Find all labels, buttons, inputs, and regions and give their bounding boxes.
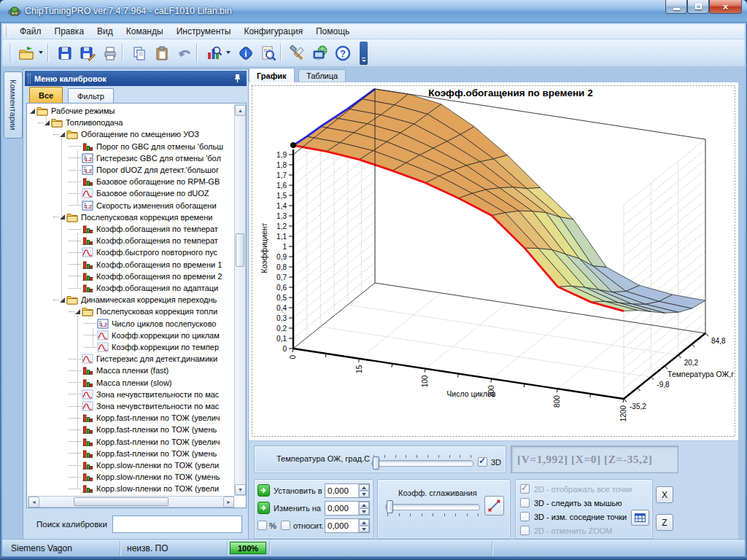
search-input[interactable] (112, 516, 242, 533)
menu-Инструменты[interactable]: Инструменты (170, 25, 238, 38)
tree-item[interactable]: Коэфф.обогащения по адаптаци (28, 282, 233, 294)
tree-item[interactable]: Корр.slow-пленки по ТОЖ (умень (28, 471, 233, 483)
tree-item[interactable]: 1.2Порог dUOZ для детект.'большог (28, 164, 233, 176)
menu-Команды[interactable]: Команды (120, 25, 170, 38)
tree-item[interactable]: Базовое обогащение по RPM-GB (28, 176, 233, 187)
spin-up-button[interactable] (359, 484, 369, 491)
calibration-panel-header[interactable]: Меню калибровок (25, 71, 247, 86)
open-button[interactable] (15, 42, 36, 63)
tree-item[interactable]: Зона нечувствительности по мас (28, 389, 233, 400)
tree-item[interactable]: Коэфф.обогащения по времени 2 (28, 271, 233, 282)
tree-item[interactable]: 1.2Гистерезис GBC для отмены 'бол (28, 152, 233, 164)
expand-triangle-icon[interactable] (75, 309, 80, 314)
apply-change-button[interactable] (258, 502, 270, 514)
grid-button[interactable] (631, 510, 649, 526)
paste-button[interactable] (151, 42, 172, 63)
menu-Правка[interactable]: Правка (48, 25, 91, 38)
percent-checkbox[interactable] (258, 521, 267, 530)
tree-item[interactable]: Послепусковая коррекция времени (28, 211, 233, 223)
undo-button[interactable] (174, 42, 195, 63)
tree-item[interactable]: Гистерезис для детект.динамики (28, 353, 233, 365)
temp-slider-track[interactable] (371, 460, 473, 467)
scroll-up-button[interactable]: ▲ (235, 105, 246, 116)
expand-triangle-icon[interactable] (60, 132, 65, 137)
expand-triangle-icon[interactable] (60, 214, 65, 219)
spin-down-button[interactable] (359, 491, 369, 497)
tree-item[interactable]: Корр.fast-пленки по ТОЖ (увелич (28, 436, 233, 448)
menu-grip[interactable] (6, 26, 9, 36)
chart-view-button[interactable] (203, 42, 224, 63)
curve-edit-button[interactable] (484, 496, 504, 516)
3d-checkbox[interactable]: ✓ (478, 457, 487, 467)
tree-item[interactable]: Коэфф.обогащения по температ (28, 235, 233, 246)
tree-item[interactable]: Масса пленки (fast) (28, 365, 233, 376)
copy-button[interactable] (128, 42, 150, 63)
tree-item[interactable]: Корр.slow-пленки по ТОЖ (увели (28, 483, 233, 494)
tree-item[interactable]: Коэфф.обогащения по температ (28, 223, 233, 235)
tree-item[interactable]: Обогащение по смещению УОЗ (28, 128, 233, 140)
calib-tab-Все[interactable]: Все (29, 87, 63, 103)
relative-checkbox[interactable] (281, 521, 290, 530)
menu-Вид[interactable]: Вид (90, 25, 120, 38)
comments-side-tab[interactable]: Комментарии (4, 71, 23, 139)
web-button[interactable] (309, 42, 330, 63)
tree-item[interactable]: Послепусковая коррекция топли (28, 306, 233, 317)
scroll-down-button[interactable]: ▼ (235, 484, 246, 495)
chart-tab-Таблица[interactable]: Таблица (298, 69, 346, 82)
option-checkbox[interactable] (520, 512, 530, 521)
minimize-button[interactable] (665, 0, 687, 14)
menu-Конфигурация[interactable]: Конфигурация (237, 25, 309, 38)
scroll-left-button[interactable]: ◄ (28, 497, 39, 508)
tree-item[interactable]: Масса пленки (slow) (28, 377, 233, 389)
tools-button[interactable] (287, 42, 308, 63)
axis-button-X[interactable]: X (656, 486, 673, 503)
tree-item[interactable]: Коэфф.коррекции по циклам (28, 330, 233, 341)
print-button[interactable] (99, 42, 120, 63)
change-value-input[interactable] (325, 502, 358, 515)
vertical-scroll-thumb[interactable] (236, 233, 244, 267)
smoothing-slider-thumb[interactable] (387, 500, 393, 513)
save-button[interactable] (54, 42, 75, 63)
info-button[interactable]: i (235, 42, 256, 63)
tree-item[interactable]: 1.2Число циклов послепусково (28, 318, 233, 330)
smoothing-slider-track[interactable] (385, 504, 480, 510)
chart-tab-График[interactable]: График (249, 68, 295, 82)
toolbar-overflow-button[interactable] (360, 42, 368, 65)
tree-item[interactable]: Коэфф.коррекции по темпер (28, 341, 233, 353)
tree-item[interactable]: Рабочие режимы (28, 105, 233, 117)
scroll-right-button[interactable]: ► (223, 497, 234, 508)
menu-Файл[interactable]: Файл (13, 25, 48, 38)
spin-down-button[interactable] (359, 526, 369, 532)
tree-item[interactable]: Топливоподача (28, 117, 233, 128)
set-value-input[interactable] (325, 484, 358, 497)
spin-up-button[interactable] (359, 502, 369, 508)
tree-item[interactable]: Зона нечувствительности по мас (28, 400, 233, 412)
spin-down-button[interactable] (359, 508, 369, 515)
surface-chart[interactable]: Коэфф.обогащения по времени 200,10,20,30… (249, 82, 738, 440)
apply-set-button[interactable] (258, 484, 270, 497)
spin-up-button[interactable] (359, 519, 369, 526)
calib-tab-Фильтр[interactable]: Фильтр (68, 88, 114, 103)
axis-button-Z[interactable]: Z (656, 514, 673, 531)
save-as-button[interactable] (77, 42, 98, 63)
close-button[interactable]: × (709, 0, 742, 14)
chart-view-dropdown[interactable] (226, 51, 231, 54)
horizontal-scroll-thumb[interactable] (74, 497, 169, 506)
maximize-button[interactable] (687, 0, 709, 14)
expand-triangle-icon[interactable] (60, 298, 65, 303)
pin-button[interactable] (232, 73, 242, 84)
tree-item[interactable]: 1.2Скорость изменения обогащени (28, 200, 233, 211)
menu-Помощь[interactable]: Помощь (309, 25, 356, 38)
find-value-button[interactable]: 110 (258, 42, 279, 63)
relative-value-input[interactable] (325, 519, 358, 532)
tree-item[interactable]: Коэфф.быстрого повторного пус (28, 246, 233, 258)
option-checkbox[interactable] (520, 498, 530, 508)
temp-slider-thumb[interactable] (373, 456, 379, 470)
tree-item[interactable]: Порог по GBC для отмены 'больш (28, 141, 233, 152)
tree-item[interactable]: Коэфф.обогащения по времени 1 (28, 259, 233, 271)
open-dropdown[interactable] (39, 51, 43, 54)
expand-triangle-icon[interactable] (30, 109, 35, 114)
expand-triangle-icon[interactable] (44, 120, 50, 125)
tree-vertical-scrollbar[interactable]: ▲ ▼ (234, 104, 246, 496)
help-button[interactable]: ? (332, 42, 353, 63)
